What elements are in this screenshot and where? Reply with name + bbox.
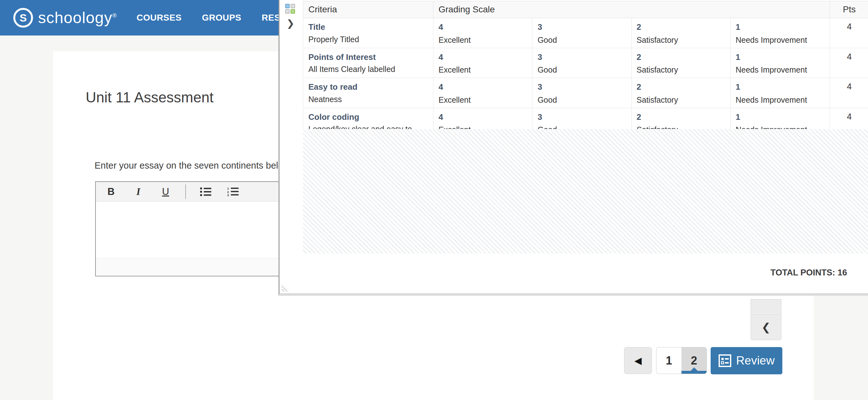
criterion-description: Properly Titled [308,35,428,44]
page-1-button[interactable]: 1 [656,347,681,374]
bullet-list-icon[interactable] [200,187,211,197]
expand-row-chevron-icon[interactable]: ❯ [286,18,294,29]
level-label: Satisfactory [637,95,725,105]
review-button[interactable]: Review [711,347,782,374]
pts-cell: 4 [830,78,868,108]
grading-scale-header: Grading Scale [433,1,830,18]
level-label: Excellent [438,95,527,105]
page-switcher: 1 2 [656,347,707,374]
pts-cell: 4 [830,18,868,48]
level-label: Excellent [438,65,527,74]
numbered-list-icon[interactable]: 1 2 3 [227,187,239,197]
italic-icon[interactable]: I [133,186,144,197]
rubric-row-easy-to-read: Easy to read Neatness 4 Excellent 3 Good… [303,78,868,108]
level-score: 4 [438,112,527,122]
page-2-button[interactable]: 2 [681,347,707,374]
grid-square-gray [285,9,290,13]
toolbar-divider [185,185,186,199]
review-label: Review [736,354,774,367]
rubric-empty-hatch-area [303,129,868,254]
nav-item-groups[interactable]: GROUPS [202,13,241,23]
level-cell[interactable]: 2 Satisfactory [631,78,730,108]
level-cell[interactable]: 3 Good [532,48,631,78]
level-label: Needs Improvement [736,95,825,105]
previous-page-button[interactable]: ◀ [624,347,652,374]
level-cell[interactable]: 1 Needs Improvement [730,48,830,78]
level-label: Needs Improvement [736,65,825,74]
rubric-header-row: Criteria Grading Scale Pts [303,1,868,18]
level-score: 1 [736,82,825,92]
criterion-title: Easy to read [308,82,428,92]
level-cell[interactable]: 1 Needs Improvement [730,78,830,108]
criterion-description: Neatness [308,95,428,104]
panel-resize-handle-icon[interactable] [282,284,290,292]
side-button-stub[interactable] [751,299,781,314]
essay-prompt: Enter your essay on the seven continents… [95,160,292,171]
level-score: 4 [438,52,527,62]
level-score: 2 [637,112,725,122]
page-2-label: 2 [691,354,697,367]
rubric-panel: ❯ Criteria Grading Scale Pts Title Prope… [279,0,868,296]
review-rubric-icon [718,354,732,367]
collapse-panel-button[interactable]: ❮ [751,314,781,340]
svg-text:3: 3 [227,193,229,197]
grid-square-green [290,9,295,13]
level-score: 3 [537,82,626,92]
criterion-description: All Items Clearly labelled [308,65,428,74]
brand-registered-mark: ® [112,12,117,19]
level-score: 2 [637,22,725,32]
chevron-left-icon: ❮ [762,321,771,333]
level-score: 1 [736,112,825,122]
level-label: Satisfactory [637,65,725,74]
level-cell[interactable]: 3 Good [532,78,631,108]
level-score: 3 [537,52,626,62]
level-label: Needs Improvement [736,35,825,45]
level-score: 2 [637,82,725,92]
bold-icon[interactable]: B [105,186,117,197]
level-label: Good [537,95,626,105]
svg-text:1: 1 [227,187,229,190]
brand-text: schoology [38,9,112,27]
rubric-drag-handle-icon[interactable] [285,4,296,14]
underline-icon[interactable]: U [160,186,171,197]
page-title: Unit 11 Assessment [86,89,214,106]
level-cell[interactable]: 2 Satisfactory [631,48,730,78]
svg-text:2: 2 [227,190,229,193]
level-score: 1 [736,52,825,62]
level-cell[interactable]: 2 Satisfactory [631,18,730,48]
level-cell[interactable]: 3 Good [532,18,631,48]
level-cell[interactable]: 1 Needs Improvement [730,18,830,48]
rubric-row-title: Title Properly Titled 4 Excellent 3 Good… [303,18,868,48]
level-score: 1 [736,22,825,32]
level-cell[interactable]: 4 Excellent [433,48,532,78]
criterion-cell: Easy to read Neatness [303,78,433,108]
prev-arrow-icon: ◀ [634,355,642,366]
level-label: Satisfactory [637,35,725,45]
level-score: 4 [438,22,527,32]
criterion-cell: Title Properly Titled [303,18,433,48]
level-score: 4 [438,82,527,92]
pts-header: Pts [830,1,868,18]
level-label: Good [537,35,626,45]
schoology-logo[interactable]: S schoology® [13,8,117,28]
level-label: Excellent [438,35,527,45]
brand-initial: S [20,12,27,24]
level-score: 2 [637,52,725,62]
pts-cell: 4 [830,48,868,78]
criteria-header: Criteria [303,1,433,18]
level-cell[interactable]: 4 Excellent [433,78,532,108]
criterion-title: Title [308,22,428,32]
brand-wordmark: schoology® [38,8,117,27]
criterion-title: Points of Interest [308,52,428,62]
level-score: 3 [537,112,626,122]
grid-square-blue [285,4,290,8]
nav-item-courses[interactable]: COURSES [136,13,182,23]
criterion-cell: Points of Interest All Items Clearly lab… [303,48,433,78]
schoology-s-icon: S [13,8,33,28]
level-label: Good [537,65,626,74]
rubric-table: Criteria Grading Scale Pts Title Properl… [303,1,868,146]
total-points: TOTAL POINTS: 16 [770,268,847,278]
level-cell[interactable]: 4 Excellent [433,18,532,48]
active-page-indicator [681,371,707,374]
criterion-title: Color coding [308,112,428,122]
